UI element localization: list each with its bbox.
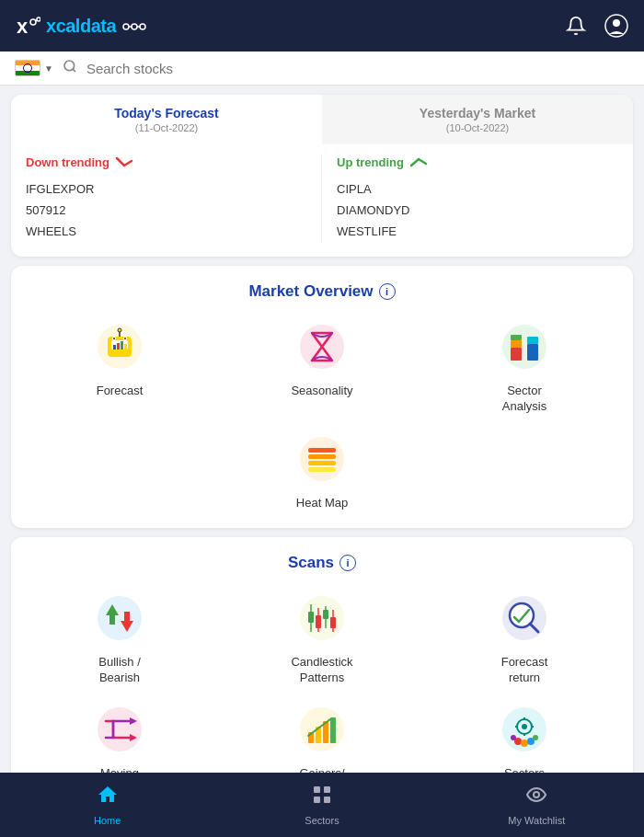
- market-overview-grid: Forecast Seasonality: [22, 317, 622, 415]
- svg-point-10: [613, 19, 620, 27]
- bullish-bearish-item[interactable]: Bullish /Bearish: [22, 589, 217, 686]
- svg-rect-105: [324, 797, 330, 803]
- bottom-nav: Home Sectors My Watchlist: [0, 773, 644, 837]
- up-stock-3[interactable]: WESTLIFE: [337, 221, 618, 242]
- bullish-bearish-label: Bullish /Bearish: [98, 655, 141, 686]
- sector-analysis-label: SectorAnalysis: [502, 384, 546, 415]
- svg-point-11: [64, 61, 75, 71]
- svg-rect-28: [511, 340, 522, 348]
- svg-point-5: [132, 24, 137, 29]
- app-header: x xcaldata: [0, 0, 644, 52]
- watchlist-icon: [525, 784, 547, 811]
- heat-map-icon: [293, 430, 351, 488]
- svg-rect-15: [113, 345, 116, 350]
- moving-average-icon: [90, 700, 149, 759]
- header-actions: [563, 13, 629, 39]
- market-overview-info-icon[interactable]: i: [379, 283, 396, 300]
- scans-grid: Bullish /Bearish CandlestickPatterns: [22, 589, 622, 798]
- seasonality-icon: [293, 317, 351, 376]
- svg-point-4: [123, 24, 129, 29]
- svg-rect-31: [527, 337, 538, 344]
- svg-point-26: [502, 325, 546, 369]
- svg-rect-33: [308, 448, 336, 453]
- up-arrow-icon: [409, 156, 428, 169]
- yesterday-market-tab[interactable]: Yesterday's Market (10-Oct-2022): [322, 95, 633, 144]
- svg-point-55: [300, 707, 344, 751]
- svg-point-71: [533, 735, 538, 740]
- user-avatar-icon[interactable]: [604, 13, 629, 39]
- heat-map-row: Heat Map: [22, 430, 622, 511]
- forecast-content: Down trending IFGLEXPOR 507912 WHEELS Up…: [11, 144, 633, 257]
- nav-home[interactable]: Home: [0, 773, 214, 837]
- forecast-icon: [90, 317, 149, 376]
- svg-rect-102: [314, 786, 320, 793]
- notification-icon[interactable]: [563, 13, 589, 39]
- svg-rect-29: [511, 335, 522, 340]
- sectors-icon: [311, 784, 333, 811]
- scans-title: Scans i: [22, 554, 622, 572]
- search-bar: ▼: [0, 52, 644, 86]
- down-stock-2[interactable]: 507912: [26, 200, 306, 221]
- logo-text: xcaldata: [46, 16, 146, 37]
- logo: x xcaldata: [15, 13, 146, 39]
- candlestick-patterns-icon: [293, 589, 351, 648]
- logo-decoration: [122, 21, 146, 32]
- today-forecast-tab[interactable]: Today's Forecast (11-Oct-2022): [11, 95, 322, 144]
- yesterday-tab-date: (10-Oct-2022): [337, 122, 618, 133]
- svg-rect-35: [308, 461, 336, 465]
- svg-point-6: [140, 24, 145, 29]
- today-tab-date: (11-Oct-2022): [26, 122, 307, 133]
- down-trending-col: Down trending IFGLEXPOR 507912 WHEELS: [11, 155, 322, 242]
- today-tab-title: Today's Forecast: [26, 106, 307, 120]
- down-trend-label: Down trending: [26, 155, 306, 169]
- home-nav-label: Home: [94, 815, 121, 826]
- forecast-return-item[interactable]: Forecastreturn: [427, 589, 622, 686]
- sectors-nav-label: Sectors: [305, 815, 339, 826]
- svg-rect-46: [323, 610, 328, 619]
- down-arrow-icon: [115, 156, 133, 169]
- down-stock-3[interactable]: WHEELS: [26, 221, 306, 242]
- bullish-bearish-icon: [90, 589, 149, 648]
- svg-point-62: [522, 724, 527, 729]
- watchlist-nav-label: My Watchlist: [508, 815, 565, 826]
- gainers-losers-icon: [293, 700, 351, 759]
- svg-point-24: [118, 328, 121, 332]
- market-forecast-item[interactable]: Forecast: [22, 317, 217, 415]
- svg-rect-27: [511, 348, 522, 361]
- candlestick-patterns-label: CandlestickPatterns: [291, 655, 352, 686]
- down-stock-1[interactable]: IFGLEXPOR: [26, 178, 306, 200]
- svg-rect-17: [121, 341, 123, 350]
- nav-watchlist[interactable]: My Watchlist: [430, 773, 644, 837]
- dropdown-arrow-icon: ▼: [44, 63, 53, 74]
- candlestick-patterns-item[interactable]: CandlestickPatterns: [224, 589, 420, 686]
- yesterday-tab-title: Yesterday's Market: [337, 106, 618, 120]
- svg-rect-30: [527, 344, 538, 361]
- svg-point-37: [98, 596, 142, 640]
- search-input[interactable]: [86, 61, 629, 76]
- seasonality-item[interactable]: Seasonality: [224, 317, 420, 415]
- market-overview-title: Market Overview i: [22, 282, 622, 301]
- forecast-label: Forecast: [97, 384, 144, 399]
- up-stock-1[interactable]: CIPLA: [337, 178, 618, 200]
- svg-rect-34: [308, 454, 336, 459]
- svg-rect-103: [324, 786, 330, 793]
- forecast-card: Today's Forecast (11-Oct-2022) Yesterday…: [11, 95, 633, 257]
- market-overview-card: Market Overview i: [11, 266, 633, 528]
- svg-point-22: [124, 338, 126, 339]
- search-icon: [63, 59, 77, 77]
- up-trend-label: Up trending: [337, 155, 618, 169]
- nav-sectors[interactable]: Sectors: [214, 773, 429, 837]
- country-selector[interactable]: ▼: [15, 60, 53, 76]
- svg-rect-104: [314, 797, 320, 803]
- seasonality-label: Seasonality: [291, 384, 352, 399]
- scans-info-icon[interactable]: i: [339, 555, 356, 571]
- sector-analysis-item[interactable]: SectorAnalysis: [427, 317, 622, 415]
- svg-point-40: [300, 596, 344, 640]
- svg-point-2: [37, 17, 40, 21]
- svg-rect-44: [316, 615, 321, 628]
- logo-icon: x: [15, 13, 40, 39]
- heat-map-item[interactable]: Heat Map: [293, 430, 351, 511]
- sectors-trend-icon: [495, 700, 554, 759]
- svg-rect-18: [124, 344, 127, 350]
- up-stock-2[interactable]: DIAMONDYD: [337, 200, 618, 221]
